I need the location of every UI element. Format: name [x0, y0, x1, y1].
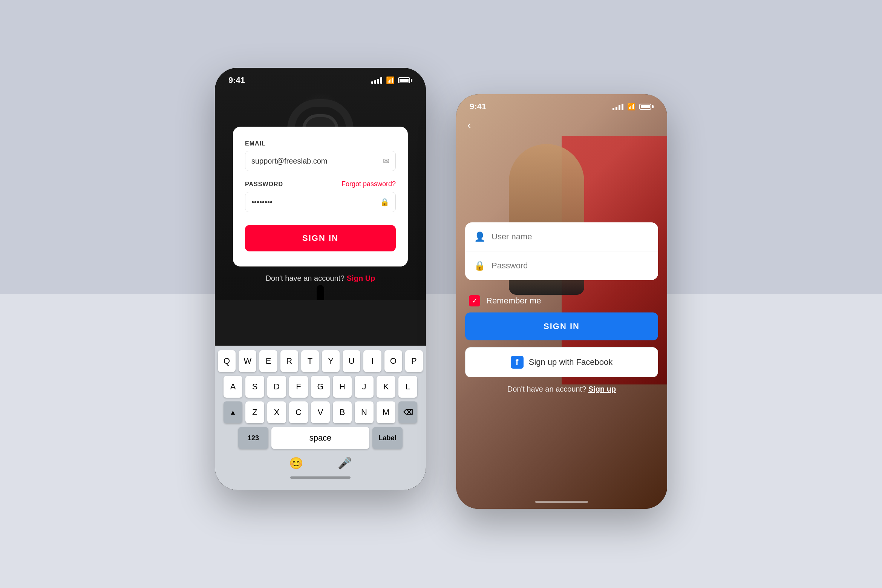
key-123[interactable]: 123 — [238, 427, 268, 449]
status-bar-1: 9:41 📶 — [215, 68, 426, 89]
login-card: EMAIL ✉ PASSWORD Forgot password? — [233, 127, 408, 266]
key-o[interactable]: O — [384, 350, 402, 372]
key-x[interactable]: X — [267, 401, 286, 423]
password-row-2: 🔒 — [465, 251, 658, 280]
phone-1-content: 9:41 📶 EMAIL — [215, 68, 426, 490]
key-g[interactable]: G — [311, 376, 330, 398]
password-input-2[interactable] — [492, 261, 649, 271]
phone-2-overlay: 9:41 📶 ‹ — [456, 94, 667, 509]
key-s[interactable]: S — [245, 376, 264, 398]
key-h[interactable]: H — [333, 376, 352, 398]
key-v[interactable]: V — [311, 401, 330, 423]
emoji-button[interactable]: 😊 — [274, 453, 318, 473]
no-account-text-2: Don't have an account? — [507, 385, 586, 393]
status-icons-2: 📶 — [612, 103, 654, 111]
sign-up-link-2[interactable]: Sign up — [588, 385, 616, 393]
key-delete[interactable]: ⌫ — [398, 401, 417, 423]
scene: 9:41 📶 EMAIL — [0, 0, 882, 588]
sign-in-button-1[interactable]: SIGN IN — [245, 225, 396, 251]
key-shift[interactable]: ▲ — [224, 401, 242, 423]
keyboard-row-4: 123 space Label — [218, 427, 423, 449]
phone-2-form: 👤 🔒 ✓ Remember me SIGN IN — [465, 222, 658, 401]
bottom-text-2: Don't have an account? Sign up — [465, 377, 658, 401]
status-icons-1: 📶 — [371, 76, 412, 84]
email-input[interactable] — [251, 157, 383, 165]
remember-me-label: Remember me — [486, 296, 541, 306]
lock-icon: 🔒 — [380, 198, 389, 207]
sign-up-link-1[interactable]: Sign Up — [347, 274, 375, 282]
time-display-2: 9:41 — [470, 102, 486, 112]
username-input[interactable] — [492, 232, 649, 242]
key-j[interactable]: J — [355, 376, 374, 398]
key-label[interactable]: Label — [372, 427, 403, 449]
battery-icon — [398, 77, 412, 83]
p2-login-card: 👤 🔒 — [465, 222, 658, 280]
key-r[interactable]: R — [280, 350, 298, 372]
user-icon: 👤 — [474, 231, 485, 242]
key-d[interactable]: D — [267, 376, 286, 398]
key-w[interactable]: W — [239, 350, 256, 372]
password-label-row: PASSWORD Forgot password? — [245, 180, 396, 188]
no-account-text-1: Don't have an account? — [266, 274, 345, 282]
key-a[interactable]: A — [224, 376, 242, 398]
person-silhouette — [317, 285, 324, 300]
password-field-group: PASSWORD Forgot password? 🔒 — [245, 180, 396, 212]
key-y[interactable]: Y — [322, 350, 340, 372]
key-u[interactable]: U — [343, 350, 360, 372]
home-indicator-1 — [290, 476, 351, 479]
facebook-icon: f — [511, 356, 524, 369]
key-e[interactable]: E — [259, 350, 277, 372]
back-button[interactable]: ‹ — [456, 115, 667, 135]
key-c[interactable]: C — [289, 401, 308, 423]
mic-button[interactable]: 🎤 — [323, 453, 367, 473]
password-label: PASSWORD — [245, 181, 283, 188]
key-f[interactable]: F — [289, 376, 308, 398]
username-row: 👤 — [465, 222, 658, 251]
keyboard-row-3: ▲ Z X C V B N M ⌫ — [218, 401, 423, 423]
email-icon: ✉ — [383, 156, 389, 165]
email-input-wrapper[interactable]: ✉ — [245, 151, 396, 171]
keyboard-row-1: Q W E R T Y U I O P — [218, 350, 423, 372]
remember-row: ✓ Remember me — [465, 289, 658, 312]
lock-icon-2: 🔒 — [474, 260, 485, 271]
wifi-icon: 📶 — [386, 76, 394, 84]
key-q[interactable]: Q — [218, 350, 236, 372]
battery-icon-2 — [639, 104, 654, 110]
status-bar-2: 9:41 📶 — [456, 94, 667, 115]
key-l[interactable]: L — [398, 376, 417, 398]
password-input[interactable] — [251, 198, 380, 207]
phone-2: 9:41 📶 ‹ — [456, 94, 667, 509]
facebook-signup-button[interactable]: f Sign up with Facebook — [465, 347, 658, 377]
email-label: EMAIL — [245, 140, 396, 147]
keyboard: Q W E R T Y U I O P A S D F G — [215, 346, 426, 490]
key-k[interactable]: K — [377, 376, 395, 398]
wifi-icon-2: 📶 — [627, 103, 635, 111]
signal-icon-2 — [612, 103, 623, 110]
key-i[interactable]: I — [363, 350, 381, 372]
key-space[interactable]: space — [271, 427, 369, 449]
time-display-1: 9:41 — [228, 75, 245, 85]
key-b[interactable]: B — [333, 401, 352, 423]
keyboard-row-2: A S D F G H J K L — [218, 376, 423, 398]
key-m[interactable]: M — [377, 401, 395, 423]
key-t[interactable]: T — [301, 350, 319, 372]
email-field-group: EMAIL ✉ — [245, 140, 396, 171]
key-p[interactable]: P — [405, 350, 423, 372]
key-z[interactable]: Z — [245, 401, 264, 423]
phone-1: 9:41 📶 EMAIL — [215, 68, 426, 490]
sign-in-button-2[interactable]: SIGN IN — [465, 312, 658, 340]
signal-icon — [371, 77, 382, 84]
home-indicator-2 — [535, 501, 588, 503]
remember-me-checkbox[interactable]: ✓ — [469, 295, 480, 306]
facebook-button-label: Sign up with Facebook — [529, 357, 613, 367]
forgot-password-link[interactable]: Forgot password? — [341, 180, 396, 188]
password-input-wrapper[interactable]: 🔒 — [245, 192, 396, 212]
keyboard-bottom-row: 😊 🎤 — [218, 453, 423, 473]
key-n[interactable]: N — [355, 401, 374, 423]
